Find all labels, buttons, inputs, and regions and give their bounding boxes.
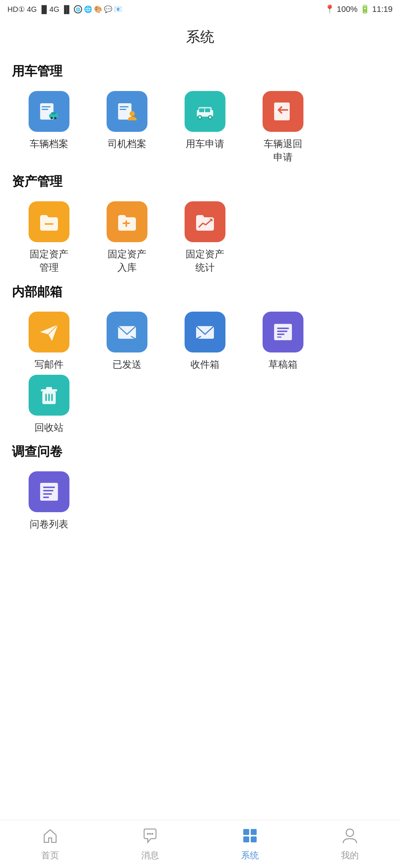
svg-rect-32 — [277, 331, 287, 332]
svg-point-17 — [199, 116, 201, 118]
svg-rect-39 — [48, 394, 50, 401]
driver-file-label: 司机档案 — [108, 137, 146, 150]
nav-survey-list[interactable]: 问卷列表 — [12, 471, 86, 531]
svg-rect-20 — [199, 108, 204, 112]
svg-rect-31 — [277, 328, 289, 329]
status-left: HD① 4G ▐▌4G ▐▌ 🌐 🌐 🎨 💬 📧 — [7, 5, 122, 14]
svg-rect-3 — [42, 106, 51, 107]
nav-driver-file[interactable]: 司机档案 — [90, 91, 164, 164]
page-title: 系统 — [0, 19, 400, 54]
svg-rect-4 — [42, 109, 48, 110]
mail-write-label: 写邮件 — [35, 358, 64, 371]
driver-doc-icon — [115, 100, 139, 123]
svg-rect-37 — [46, 387, 52, 390]
asset-grid: 固定资产管理 固定资产入库 — [12, 201, 388, 274]
mail-write-icon-box — [29, 312, 69, 352]
svg-rect-41 — [40, 483, 58, 501]
svg-rect-22 — [274, 103, 290, 120]
svg-point-53 — [346, 829, 354, 836]
vehicle-return-label: 车辆退回申请 — [264, 137, 302, 164]
svg-point-19 — [209, 116, 211, 118]
section-survey-title: 调查问卷 — [12, 443, 388, 460]
section-survey: 调查问卷 问卷列表 — [0, 443, 400, 531]
folder-plus-icon — [115, 210, 139, 234]
folder-minus-icon — [37, 210, 61, 234]
nav-home[interactable]: 首页 — [0, 827, 100, 861]
vehicle-return-icon-box — [263, 91, 303, 132]
battery-icon: 🔋 — [360, 4, 370, 14]
extra-icons: 🌐 🎨 💬 📧 — [84, 5, 122, 13]
nav-mail-sent[interactable]: 已发送 — [90, 312, 164, 371]
svg-rect-11 — [120, 106, 129, 107]
nav-mail-trash[interactable]: 回收站 — [12, 375, 86, 434]
svg-rect-24 — [45, 223, 53, 225]
svg-rect-40 — [51, 394, 53, 401]
driver-file-icon-box — [107, 91, 147, 132]
trash-icon — [37, 383, 61, 407]
nav-system-label: 系统 — [241, 849, 259, 861]
asset-instock-label: 固定资产入库 — [108, 247, 146, 274]
nav-system[interactable]: 系统 — [200, 827, 300, 861]
vehicle-apply-icon-box — [185, 91, 225, 132]
wifi-icon: 🌐 — [74, 5, 82, 14]
nav-mail-draft[interactable]: 草稿箱 — [246, 312, 320, 371]
svg-point-8 — [51, 117, 53, 119]
svg-rect-50 — [251, 829, 257, 835]
svg-point-9 — [54, 117, 56, 119]
asset-stats-icon-box — [185, 201, 225, 242]
mail-draft-icon-box — [263, 312, 303, 352]
svg-rect-33 — [277, 334, 284, 335]
system-icon — [241, 827, 259, 847]
section-vehicle-title: 用车管理 — [12, 63, 388, 80]
svg-point-13 — [130, 111, 135, 116]
section-vehicle: 用车管理 车辆档案 — [0, 63, 400, 164]
svg-rect-51 — [243, 836, 249, 842]
nav-vehicle-apply[interactable]: 用车申请 — [168, 91, 242, 164]
nav-home-label: 首页 — [41, 849, 59, 861]
asset-stats-label: 固定资产统计 — [186, 247, 224, 274]
nav-mail-inbox[interactable]: 收件箱 — [168, 312, 242, 371]
car-icon — [193, 100, 217, 123]
nav-asset-instock[interactable]: 固定资产入库 — [90, 201, 164, 274]
vehicle-apply-label: 用车申请 — [186, 137, 224, 150]
status-right: 📍 100% 🔋 11:19 — [325, 4, 393, 14]
mail-grid: 写邮件 已发送 — [12, 312, 388, 435]
car-doc-icon — [37, 100, 61, 123]
svg-rect-42 — [43, 487, 55, 488]
nav-mine-label: 我的 — [341, 849, 359, 861]
nav-mail-write[interactable]: 写邮件 — [12, 312, 86, 371]
survey-icon — [37, 480, 61, 504]
mail-sent-icon-box — [107, 312, 147, 352]
section-mail: 内部邮箱 写邮件 — [0, 283, 400, 435]
svg-text:🌐: 🌐 — [76, 7, 81, 12]
svg-rect-21 — [205, 108, 210, 112]
mail-draft-icon — [271, 320, 295, 344]
nav-vehicle-file[interactable]: 车辆档案 — [12, 91, 86, 164]
section-asset-title: 资产管理 — [12, 173, 388, 190]
svg-rect-10 — [118, 103, 131, 120]
svg-point-47 — [149, 833, 151, 835]
mail-inbox-icon-box — [185, 312, 225, 352]
asset-manage-label: 固定资产管理 — [30, 247, 68, 274]
svg-rect-43 — [43, 490, 53, 491]
svg-rect-45 — [43, 497, 49, 498]
vehicle-grid: 车辆档案 司机档案 — [12, 91, 388, 164]
svg-rect-49 — [243, 829, 249, 835]
nav-asset-stats[interactable]: 固定资产统计 — [168, 201, 242, 274]
vehicle-file-icon-box — [29, 91, 69, 132]
nav-message[interactable]: 消息 — [100, 827, 200, 861]
nav-vehicle-return[interactable]: 车辆退回申请 — [246, 91, 320, 164]
return-icon — [271, 100, 295, 123]
svg-rect-7 — [51, 112, 56, 114]
bottom-nav: 首页 消息 系统 — [0, 820, 400, 868]
mail-draft-label: 草稿箱 — [269, 358, 297, 371]
asset-manage-icon-box — [29, 201, 69, 242]
survey-list-label: 问卷列表 — [30, 517, 68, 531]
survey-list-icon-box — [29, 471, 69, 512]
nav-asset-manage[interactable]: 固定资产管理 — [12, 201, 86, 274]
svg-point-46 — [147, 833, 149, 835]
section-mail-title: 内部邮箱 — [12, 283, 388, 300]
nav-mine[interactable]: 我的 — [300, 827, 400, 861]
nav-message-label: 消息 — [141, 849, 159, 861]
svg-rect-44 — [43, 493, 52, 495]
